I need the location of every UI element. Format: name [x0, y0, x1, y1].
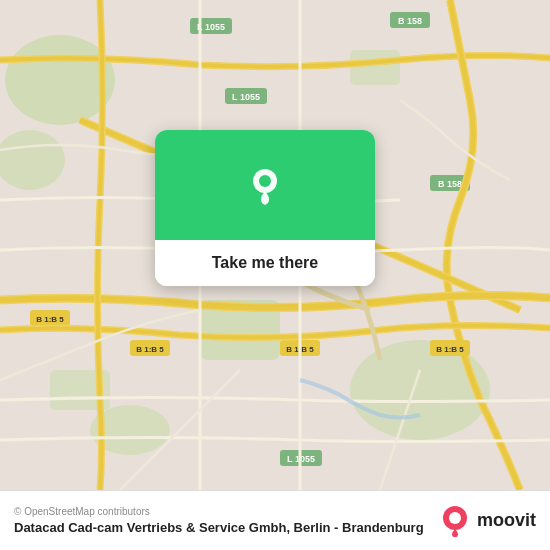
take-me-there-button[interactable]: Take me there — [155, 240, 375, 286]
moovit-brand-icon — [439, 505, 471, 537]
location-title: Datacad Cad-cam Vertriebs & Service Gmbh… — [14, 520, 424, 535]
map-container: L 1055 B 158 B 158 B 1:B 5 B 1:B 5 B 1:B… — [0, 0, 550, 490]
svg-text:B 1:B 5: B 1:B 5 — [136, 345, 164, 354]
location-pin-icon — [243, 163, 287, 207]
copyright-text: © OpenStreetMap contributors — [14, 506, 424, 517]
info-left: © OpenStreetMap contributors Datacad Cad… — [14, 506, 424, 535]
info-bar: © OpenStreetMap contributors Datacad Cad… — [0, 490, 550, 550]
moovit-brand-name: moovit — [477, 510, 536, 531]
card-green-header — [155, 130, 375, 240]
svg-text:B 158: B 158 — [398, 16, 422, 26]
take-me-there-card: Take me there — [155, 130, 375, 286]
moovit-logo: moovit — [439, 505, 536, 537]
svg-point-27 — [259, 175, 271, 187]
svg-text:B 1:B 5: B 1:B 5 — [436, 345, 464, 354]
svg-text:B 158: B 158 — [438, 179, 462, 189]
svg-text:B 1:B 5: B 1:B 5 — [36, 315, 64, 324]
svg-text:L 1055: L 1055 — [232, 92, 260, 102]
svg-point-29 — [449, 512, 461, 524]
svg-rect-7 — [350, 50, 400, 85]
